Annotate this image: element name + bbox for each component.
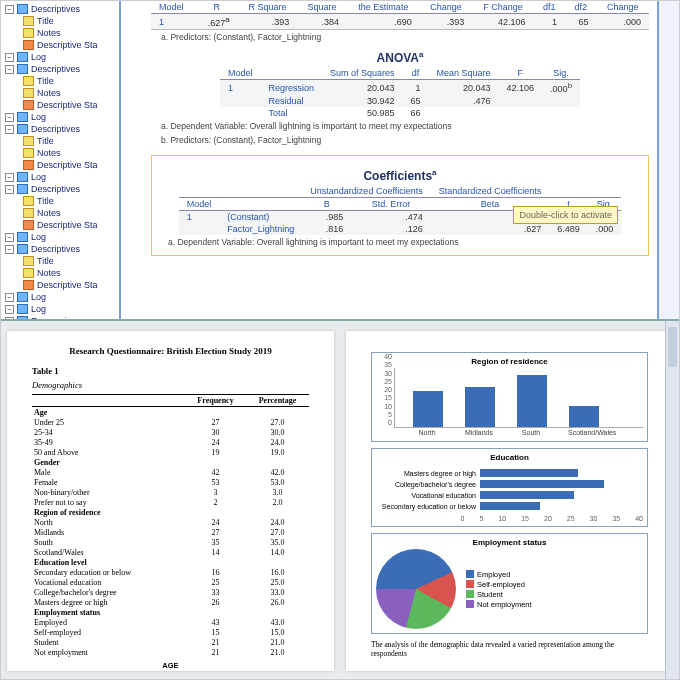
expand-icon[interactable]: − xyxy=(5,173,14,182)
hdr xyxy=(219,198,302,211)
tree-label: Regression xyxy=(31,316,77,319)
bar xyxy=(413,391,443,427)
coefficients-block[interactable]: Double-click to activate Coefficientsa U… xyxy=(151,155,649,256)
hdr: R Square xyxy=(238,1,298,14)
footnote: b. Predictors: (Constant), Factor_Lightn… xyxy=(151,133,649,147)
hdr: Sum of Squares xyxy=(322,67,403,80)
expand-icon[interactable]: − xyxy=(5,53,14,62)
hbar-row: Secondary education or below xyxy=(376,502,643,510)
tree-node[interactable]: −Descriptives xyxy=(3,123,119,135)
cell: .690 xyxy=(347,14,420,30)
tree-node[interactable]: −Log xyxy=(3,303,119,315)
folder-icon xyxy=(17,172,28,182)
table-row: South3535.0 xyxy=(32,537,309,547)
folder-icon xyxy=(17,304,28,314)
tree-node[interactable]: Notes xyxy=(21,87,119,99)
expand-icon[interactable]: − xyxy=(5,317,14,320)
section-header: Gender xyxy=(32,457,309,467)
cell: .384 xyxy=(297,14,347,30)
tree-node[interactable]: −Descriptives xyxy=(3,3,119,15)
hdr: Sig. xyxy=(542,67,580,80)
tree-node[interactable]: Notes xyxy=(21,27,119,39)
expand-icon[interactable]: − xyxy=(5,5,14,14)
expand-icon[interactable]: − xyxy=(5,293,14,302)
tree-label: Descriptives xyxy=(31,244,80,254)
folder-icon xyxy=(17,316,28,319)
section-header: Age xyxy=(32,407,309,418)
tree-node[interactable]: −Log xyxy=(3,171,119,183)
tree-node[interactable]: −Descriptives xyxy=(3,183,119,195)
category-label: Midlands xyxy=(464,429,494,436)
tree-node[interactable]: Notes xyxy=(21,207,119,219)
vertical-scrollbar[interactable] xyxy=(665,7,673,313)
spss-output-window: −DescriptivesTitleNotesDescriptive Sta−L… xyxy=(1,1,679,321)
legend-item: Not employment xyxy=(466,600,532,609)
tree-label: Log xyxy=(31,112,46,122)
table-row: Non-binary/other33.0 xyxy=(32,487,309,497)
category-label: Scotland/Wales xyxy=(568,429,598,436)
hdr: F xyxy=(499,67,543,80)
tree-node[interactable]: −Descriptives xyxy=(3,63,119,75)
table-row: North2424.0 xyxy=(32,517,309,527)
section-header: Education level xyxy=(32,557,309,567)
hdr: Square xyxy=(297,1,347,14)
folder-icon xyxy=(17,244,28,254)
tree-node[interactable]: Notes xyxy=(21,147,119,159)
region-chart: Region of residence 4035302520151050 Nor… xyxy=(371,352,648,442)
tree-label: Title xyxy=(37,136,54,146)
table-label: Table 1 xyxy=(32,366,309,376)
folder-icon xyxy=(17,232,28,242)
item-icon xyxy=(23,280,34,290)
tree-node[interactable]: Title xyxy=(21,255,119,267)
tree-node[interactable]: −Descriptives xyxy=(3,243,119,255)
table-subtitle: Demographics xyxy=(32,380,309,390)
item-icon xyxy=(23,16,34,26)
tree-node[interactable]: −Log xyxy=(3,291,119,303)
x-axis-ticks: 0510152025303540 xyxy=(480,515,643,522)
table-row: Under 252727.0 xyxy=(32,417,309,427)
tree-node[interactable]: −Log xyxy=(3,51,119,63)
tree-node[interactable]: Descriptive Sta xyxy=(21,279,119,291)
tree-node[interactable]: −Regression xyxy=(3,315,119,319)
cell: .393 xyxy=(420,14,472,30)
tree-node[interactable]: Title xyxy=(21,75,119,87)
screenshot: −DescriptivesTitleNotesDescriptive Sta−L… xyxy=(0,0,680,680)
item-icon xyxy=(23,160,34,170)
doc-scrollbar[interactable] xyxy=(665,321,679,680)
hdr xyxy=(260,67,322,80)
output-viewer[interactable]: Model R R Square Square the Estimate Cha… xyxy=(121,1,679,319)
item-icon xyxy=(23,208,34,218)
tree-label: Notes xyxy=(37,148,61,158)
hdr: df2 xyxy=(565,1,596,14)
table-row: Midlands2727.0 xyxy=(32,527,309,537)
outline-tree[interactable]: −DescriptivesTitleNotesDescriptive Sta−L… xyxy=(1,1,121,319)
cell: .000 xyxy=(596,14,649,30)
tree-node[interactable]: −Log xyxy=(3,231,119,243)
expand-icon[interactable]: − xyxy=(5,65,14,74)
doc-title: Research Questionnaire: British Election… xyxy=(32,346,309,356)
cell: .393 xyxy=(238,14,298,30)
expand-icon[interactable]: − xyxy=(5,185,14,194)
tree-node[interactable]: Descriptive Sta xyxy=(21,219,119,231)
expand-icon[interactable]: − xyxy=(5,125,14,134)
tree-node[interactable]: −Log xyxy=(3,111,119,123)
bar xyxy=(465,387,495,428)
tree-node[interactable]: Notes xyxy=(21,267,119,279)
tree-node[interactable]: Title xyxy=(21,135,119,147)
tree-node[interactable]: Descriptive Sta xyxy=(21,159,119,171)
expand-icon[interactable]: − xyxy=(5,245,14,254)
tree-node[interactable]: Title xyxy=(21,15,119,27)
tree-node[interactable]: Title xyxy=(21,195,119,207)
tree-node[interactable]: Descriptive Sta xyxy=(21,39,119,51)
tree-label: Descriptives xyxy=(31,4,80,14)
expand-icon[interactable]: − xyxy=(5,113,14,122)
table-row: Vocational education2525.0 xyxy=(32,577,309,587)
hdr: Percentage xyxy=(246,395,309,407)
scroll-thumb[interactable] xyxy=(668,327,677,367)
tree-label: Descriptives xyxy=(31,184,80,194)
expand-icon[interactable]: − xyxy=(5,305,14,314)
table-row: 1Regression20.043120.04342.106.000b xyxy=(220,80,580,96)
table-row: 35-492424.0 xyxy=(32,437,309,447)
expand-icon[interactable]: − xyxy=(5,233,14,242)
tree-node[interactable]: Descriptive Sta xyxy=(21,99,119,111)
